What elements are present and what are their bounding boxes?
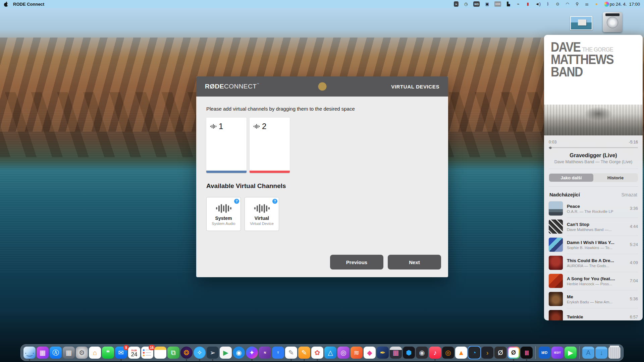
wifi-status-icon[interactable]: ◠ bbox=[565, 1, 570, 7]
hdmi-status-icon[interactable]: HDMI bbox=[494, 1, 501, 7]
available-channel-device: System Audio bbox=[212, 222, 235, 226]
siri-status-icon[interactable] bbox=[604, 2, 609, 7]
dock-compressor-app-icon[interactable]: ◉ bbox=[416, 347, 428, 359]
dock-plex-icon[interactable]: › bbox=[481, 347, 493, 359]
dock-text-doc-app-icon[interactable]: T bbox=[272, 347, 284, 359]
menu-app-name[interactable]: RODE Connect bbox=[13, 2, 44, 7]
wd-status-icon[interactable]: WD bbox=[473, 1, 480, 7]
dock-notes-icon[interactable] bbox=[154, 347, 166, 359]
channel-accent-bar bbox=[206, 171, 247, 173]
menu-clock[interactable]: po 24. 4. 17:00 bbox=[610, 2, 640, 7]
rode-connect-window: RØDECONNECT™ VIRTUAL DEVICES Please add … bbox=[196, 76, 448, 277]
alert-dot-status-icon[interactable]: ● bbox=[594, 1, 599, 7]
dock-vlc-icon[interactable]: ▲ bbox=[455, 347, 467, 359]
search-status-icon[interactable]: ⚲ bbox=[575, 1, 580, 7]
track-album-art bbox=[549, 220, 563, 234]
dock-launchpad-icon[interactable]: ▦ bbox=[63, 347, 75, 359]
running-indicator bbox=[29, 359, 30, 361]
dock-apple-music-icon[interactable]: ♪ bbox=[429, 347, 441, 359]
compass-status-icon[interactable]: ◷ bbox=[464, 1, 468, 7]
play-circle-status-icon[interactable]: ⊙ bbox=[555, 1, 560, 7]
dock-onenote-icon[interactable]: N bbox=[259, 347, 271, 359]
dock-downloads-folder-icon[interactable]: ↓ bbox=[595, 347, 607, 359]
divider bbox=[549, 186, 638, 187]
screenshot-file-icon[interactable] bbox=[570, 16, 592, 30]
dock-system-settings-icon[interactable]: ⚙ bbox=[76, 347, 88, 359]
dock-design-pen-app-icon[interactable]: ✒ bbox=[377, 347, 389, 359]
red-app-status-icon[interactable]: ▮ bbox=[526, 1, 530, 7]
control-center-status-icon[interactable]: ⚌ bbox=[585, 1, 589, 7]
dock-trash-icon[interactable] bbox=[608, 347, 621, 359]
share-status-icon[interactable]: ➢ bbox=[454, 1, 459, 7]
bluetooth-status-icon[interactable]: ᛒ bbox=[546, 1, 550, 7]
dock-final-cut-pro-icon[interactable]: ▦ bbox=[390, 347, 402, 359]
dock-rode-connect-icon[interactable]: Ø bbox=[507, 347, 520, 359]
blocks-status-icon[interactable]: ▙ bbox=[506, 1, 511, 7]
dock-reminders-icon[interactable]: 16 bbox=[141, 347, 153, 359]
dock-dark-edge-app-icon[interactable]: ⬢ bbox=[403, 347, 415, 359]
dock-messages-icon[interactable]: ❝ bbox=[102, 347, 114, 359]
help-badge-icon[interactable]: ? bbox=[234, 199, 239, 204]
dock-facetime-icon[interactable]: ▶ bbox=[565, 347, 577, 359]
channel-slot-2[interactable]: 2 bbox=[250, 118, 290, 173]
dock-textedit-icon[interactable]: ✎ bbox=[285, 347, 297, 359]
channel-number: 1 bbox=[219, 122, 223, 131]
previous-button[interactable]: Previous bbox=[330, 255, 383, 269]
dock-dj-app-icon[interactable]: ◎ bbox=[442, 347, 454, 359]
dock-mail-icon[interactable]: ✉9 bbox=[115, 347, 127, 359]
dock-grid-windows-app-icon[interactable]: ▦ bbox=[37, 347, 49, 359]
dock-pixelmator-icon[interactable]: ◆ bbox=[364, 347, 376, 359]
progress-bar[interactable] bbox=[549, 147, 638, 148]
dock-rode-app-icon[interactable]: Ø bbox=[494, 347, 506, 359]
queue-track-row[interactable]: A Song for You (feat....Herbie Hancock —… bbox=[544, 272, 643, 290]
dock-rode-central-icon[interactable]: |||| bbox=[521, 347, 533, 359]
tab-historie[interactable]: Historie bbox=[593, 174, 638, 182]
dock-messenger-icon[interactable]: ✦ bbox=[246, 347, 258, 359]
now-playing-title: Gravedigger (Live) bbox=[544, 153, 643, 159]
queue-track-row[interactable]: Can't StopDave Matthews Band —...4:44 bbox=[544, 218, 643, 236]
progress-knob[interactable] bbox=[549, 146, 552, 149]
help-badge-icon[interactable]: ? bbox=[272, 199, 277, 204]
queue-track-row[interactable]: Twinkle6:57 bbox=[544, 308, 643, 320]
available-channel-system[interactable]: ?SystemSystem Audio bbox=[206, 197, 241, 231]
track-title: Twinkle bbox=[567, 314, 627, 319]
available-channel-virtual[interactable]: ?VirtualVirtual Device bbox=[245, 197, 279, 231]
apple-menu-icon[interactable] bbox=[4, 2, 8, 7]
dock-gauge-audio-app-icon[interactable]: ◔ bbox=[468, 347, 480, 359]
dock-safari-icon[interactable]: ✧ bbox=[194, 347, 206, 359]
music-player-widget: DAVETHE GORGE MATTHEWS BAND 0:03 -5:16 G… bbox=[544, 35, 643, 320]
remaining-time: -5:16 bbox=[629, 140, 638, 144]
queue-track-row[interactable]: This Could Be A Dre...AURORA — The Gods.… bbox=[544, 254, 643, 272]
drive-status-icon[interactable]: ▣ bbox=[485, 1, 489, 7]
dock-finder-icon[interactable]: ·‿· bbox=[23, 347, 36, 359]
queue-track-row[interactable]: MeErykah Badu — New Am...5:36 bbox=[544, 290, 643, 308]
dock-affinity-designer-icon[interactable]: △ bbox=[324, 347, 336, 359]
dock-globe-browser-app-icon[interactable]: ◉ bbox=[233, 347, 245, 359]
swoosh-status-icon[interactable]: ⌁ bbox=[516, 1, 521, 7]
dock-calendar-icon[interactable]: DUB24 bbox=[128, 347, 140, 359]
next-button[interactable]: Next bbox=[388, 255, 441, 269]
dock-applications-folder-icon[interactable]: A bbox=[582, 347, 594, 359]
channel-slot-1[interactable]: 1 bbox=[206, 118, 247, 173]
dock-pages-icon[interactable]: ✎ bbox=[298, 347, 310, 359]
dock-remote-desktop-app-icon[interactable]: ⧉ bbox=[167, 347, 179, 359]
dock-affinity-photo-icon[interactable]: ◎ bbox=[337, 347, 350, 359]
window-header[interactable]: RØDECONNECT™ VIRTUAL DEVICES bbox=[196, 76, 448, 97]
dock-app-store-icon[interactable]: Ⓐ bbox=[50, 347, 62, 359]
dock-share-app-icon[interactable]: ➢ bbox=[207, 347, 219, 359]
tab-jako-další[interactable]: Jako další bbox=[549, 174, 593, 182]
external-drive-icon[interactable] bbox=[601, 12, 624, 36]
dock-home-app-icon[interactable]: ⌂ bbox=[89, 347, 101, 359]
queue-track-row[interactable]: Damn I Wish I Was Y...Sophie B. Hawkins … bbox=[544, 236, 643, 254]
album-art[interactable]: DAVETHE GORGE MATTHEWS BAND bbox=[544, 35, 643, 135]
dock-affinity-publisher-icon[interactable]: ≋ bbox=[351, 347, 363, 359]
dock-photos-icon[interactable]: ✿ bbox=[311, 347, 323, 359]
queue-track-row[interactable]: PeaceO.A.R. — The Rockville LP3:36 bbox=[544, 199, 643, 218]
dock-iedt-app-icon[interactable]: IEDT bbox=[551, 347, 564, 359]
dock-media-play-app-icon[interactable]: ▶ bbox=[220, 347, 232, 359]
track-duration: 7:04 bbox=[627, 279, 638, 283]
volume-status-icon[interactable]: ◄) bbox=[535, 1, 541, 7]
dock-wd-discovery-icon[interactable]: WD bbox=[538, 347, 550, 359]
clear-queue-button[interactable]: Smazat bbox=[622, 192, 637, 197]
dock-firefox-icon[interactable]: ❂ bbox=[180, 347, 193, 359]
